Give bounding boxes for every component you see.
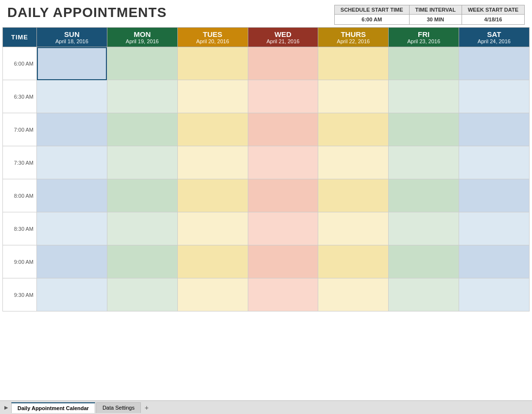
day-header-wed: WEDApril 21, 2016 [248,28,318,47]
cell-1-0[interactable] [37,80,107,113]
cell-3-4[interactable] [318,146,389,179]
cell-7-1[interactable] [107,278,177,311]
tab-add-button[interactable]: + [142,403,152,413]
time-label-2: 7:00 AM [3,113,37,146]
day-header-tues: TUESApril 20, 2016 [177,28,248,47]
cell-3-1[interactable] [107,146,177,179]
day-header-thurs: THURSApril 22, 2016 [318,28,389,47]
cell-0-3[interactable] [248,47,318,80]
cell-2-0[interactable] [37,113,107,146]
setting-header-2: WEEK START DATE [462,5,524,15]
cell-5-1[interactable] [107,212,177,245]
setting-value-1[interactable]: 30 MIN [409,15,462,25]
cell-4-1[interactable] [107,179,177,212]
tab-arrow[interactable]: ▶ [2,404,10,412]
cell-6-5[interactable] [389,245,459,278]
setting-header-0: SCHEDULE START TIME [334,5,409,15]
cell-1-6[interactable] [459,80,530,113]
cell-4-6[interactable] [459,179,530,212]
cell-1-1[interactable] [107,80,177,113]
cell-1-5[interactable] [389,80,459,113]
time-slot-row: 8:00 AM [3,179,530,212]
cell-6-4[interactable] [318,245,389,278]
spreadsheet-wrapper: DAILY APPOINTMENTS SCHEDULE START TIME T… [0,0,532,414]
cell-4-0[interactable] [37,179,107,212]
cell-4-3[interactable] [248,179,318,212]
tab-data-settings[interactable]: Data Settings [96,402,141,413]
time-slot-row: 7:30 AM [3,146,530,179]
cell-2-4[interactable] [318,113,389,146]
time-label-4: 8:00 AM [3,179,37,212]
calendar-body: 6:00 AM6:30 AM7:00 AM7:30 AM8:00 AM8:30 … [3,47,530,311]
cell-7-0[interactable] [37,278,107,311]
cell-0-4[interactable] [318,47,389,80]
time-label-3: 7:30 AM [3,146,37,179]
cell-2-3[interactable] [248,113,318,146]
cell-6-3[interactable] [248,245,318,278]
cell-6-6[interactable] [459,245,530,278]
cell-5-6[interactable] [459,212,530,245]
time-label-6: 9:00 AM [3,245,37,278]
cell-0-6[interactable] [459,47,530,80]
cell-3-0[interactable] [37,146,107,179]
day-header-mon: MONApril 19, 2016 [107,28,177,47]
day-header-sat: SATApril 24, 2016 [459,28,530,47]
time-column-header: TIME [3,28,37,47]
cell-2-1[interactable] [107,113,177,146]
cell-5-2[interactable] [177,212,248,245]
cell-5-3[interactable] [248,212,318,245]
cell-6-1[interactable] [107,245,177,278]
time-label-5: 8:30 AM [3,212,37,245]
time-slot-row: 9:00 AM [3,245,530,278]
time-slot-row: 9:30 AM [3,278,530,311]
cell-4-5[interactable] [389,179,459,212]
cell-2-2[interactable] [177,113,248,146]
time-slot-row: 8:30 AM [3,212,530,245]
setting-header-1: TIME INTERVAL [409,5,462,15]
time-label-0: 6:00 AM [3,47,37,80]
time-label-1: 6:30 AM [3,80,37,113]
cell-1-2[interactable] [177,80,248,113]
cell-1-4[interactable] [318,80,389,113]
settings-table: SCHEDULE START TIME TIME INTERVAL WEEK S… [334,5,525,25]
tab-daily-appointment[interactable]: Daily Appointment Calendar [11,402,95,413]
cell-3-6[interactable] [459,146,530,179]
cell-3-3[interactable] [248,146,318,179]
cell-7-5[interactable] [389,278,459,311]
day-header-fri: FRIApril 23, 2016 [389,28,459,47]
cell-2-6[interactable] [459,113,530,146]
cell-4-4[interactable] [318,179,389,212]
time-label-7: 9:30 AM [3,278,37,311]
cell-7-3[interactable] [248,278,318,311]
top-header: DAILY APPOINTMENTS SCHEDULE START TIME T… [0,0,532,27]
time-slot-row: 6:30 AM [3,80,530,113]
cell-1-3[interactable] [248,80,318,113]
calendar-grid: TIME SUNApril 18, 2016MONApril 19, 2016T… [2,27,530,311]
day-header-row: TIME SUNApril 18, 2016MONApril 19, 2016T… [3,28,530,47]
cell-7-6[interactable] [459,278,530,311]
cell-5-4[interactable] [318,212,389,245]
cell-3-5[interactable] [389,146,459,179]
time-slot-row: 7:00 AM [3,113,530,146]
app-title: DAILY APPOINTMENTS [7,5,334,20]
cell-0-0[interactable] [37,47,107,80]
cell-0-1[interactable] [107,47,177,80]
setting-value-0[interactable]: 6:00 AM [334,15,409,25]
cell-4-2[interactable] [177,179,248,212]
time-slot-row: 6:00 AM [3,47,530,80]
cell-6-2[interactable] [177,245,248,278]
cell-5-0[interactable] [37,212,107,245]
setting-value-2[interactable]: 4/18/16 [462,15,524,25]
cell-0-2[interactable] [177,47,248,80]
cell-6-0[interactable] [37,245,107,278]
day-header-sun: SUNApril 18, 2016 [37,28,107,47]
calendar-container: TIME SUNApril 18, 2016MONApril 19, 2016T… [0,27,532,400]
cell-2-5[interactable] [389,113,459,146]
cell-7-2[interactable] [177,278,248,311]
cell-0-5[interactable] [389,47,459,80]
cell-7-4[interactable] [318,278,389,311]
cell-3-2[interactable] [177,146,248,179]
tab-bar: ▶ Daily Appointment Calendar Data Settin… [0,400,532,414]
cell-5-5[interactable] [389,212,459,245]
